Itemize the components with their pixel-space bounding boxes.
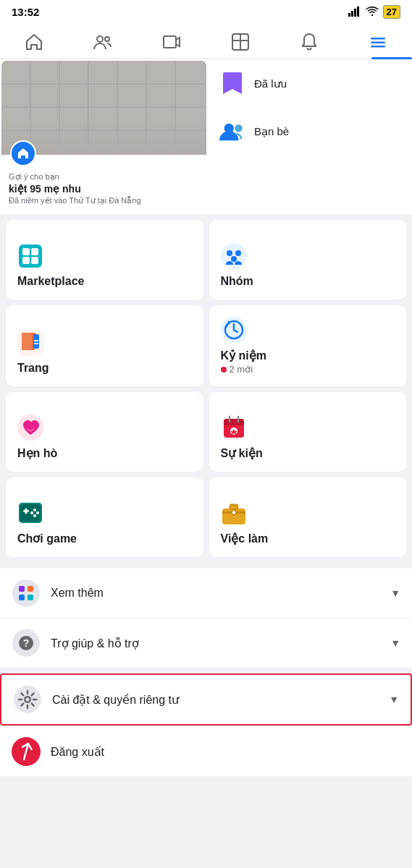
saved-card[interactable]: Đã lưu bbox=[208, 61, 411, 107]
xemthem-chevron: ▼ bbox=[390, 587, 400, 599]
saved-label: Đã lưu bbox=[254, 77, 287, 90]
friends-label: Bạn bè bbox=[254, 125, 289, 138]
svg-rect-2 bbox=[354, 9, 356, 17]
nav-video[interactable] bbox=[153, 29, 190, 55]
svg-point-63 bbox=[232, 511, 236, 515]
choigame-grid-label: Chơi game bbox=[17, 532, 192, 545]
house-svg-icon bbox=[16, 146, 30, 161]
kyniem-badge: 2 mới bbox=[221, 364, 395, 375]
list-item-xemthem[interactable]: Xem thêm ▼ bbox=[0, 569, 412, 618]
status-time: 13:52 bbox=[12, 6, 39, 18]
kyniem-grid-icon bbox=[221, 317, 395, 343]
svg-rect-25 bbox=[31, 248, 38, 255]
xemthem-svg-icon bbox=[12, 579, 40, 607]
svg-rect-23 bbox=[19, 244, 42, 268]
svg-rect-64 bbox=[12, 579, 40, 607]
nav-menu[interactable] bbox=[359, 29, 397, 55]
svg-rect-10 bbox=[371, 46, 385, 48]
kyniem-svg bbox=[221, 317, 247, 343]
sukien-grid-icon bbox=[221, 414, 395, 441]
marketplace-grid-label: Marketplace bbox=[17, 275, 192, 288]
home-icon bbox=[24, 32, 44, 52]
nav-home[interactable] bbox=[15, 29, 53, 55]
logout-section[interactable]: Đăng xuất bbox=[0, 727, 412, 776]
signal-icon bbox=[348, 7, 361, 17]
list-item-settings[interactable]: Cài đặt & quyền riêng tư ▼ bbox=[1, 675, 411, 724]
nav-friends[interactable] bbox=[84, 29, 122, 55]
svg-point-75 bbox=[26, 698, 30, 702]
henho-grid-icon bbox=[17, 414, 192, 441]
friends-card-icon bbox=[219, 119, 245, 145]
bookmark-svg-icon bbox=[222, 71, 243, 97]
vieclamm-grid-icon bbox=[221, 500, 395, 526]
nav-active-indicator bbox=[371, 57, 412, 59]
svg-rect-27 bbox=[31, 257, 38, 264]
floor-image bbox=[1, 61, 206, 155]
saved-icon bbox=[219, 71, 245, 97]
grid-item-trang[interactable]: Trang bbox=[6, 305, 203, 386]
bell-icon bbox=[299, 32, 319, 52]
marketplace-grid-icon bbox=[17, 243, 192, 269]
svg-point-29 bbox=[227, 250, 232, 256]
menu-icon bbox=[368, 32, 388, 52]
list-item-trogdup[interactable]: ? Trợ giúp & hỗ trợ ▼ bbox=[0, 618, 412, 668]
svg-point-4 bbox=[97, 36, 103, 42]
grid-item-sukien[interactable]: Sự kiện bbox=[209, 392, 407, 472]
svg-rect-65 bbox=[19, 586, 25, 592]
grid-item-henho[interactable]: Hẹn hò bbox=[6, 392, 203, 472]
svg-rect-38 bbox=[34, 340, 38, 341]
svg-rect-9 bbox=[371, 42, 385, 44]
svg-point-57 bbox=[30, 511, 33, 514]
svg-point-22 bbox=[235, 124, 242, 132]
svg-text:?: ? bbox=[23, 637, 30, 649]
trogdup-chevron: ▼ bbox=[390, 637, 400, 649]
trang-grid-label: Trang bbox=[17, 362, 192, 375]
trang-svg bbox=[17, 330, 43, 356]
settings-chevron: ▼ bbox=[389, 694, 399, 705]
status-icons: 27 bbox=[348, 5, 400, 19]
svg-rect-8 bbox=[371, 38, 385, 40]
svg-rect-66 bbox=[28, 586, 33, 592]
nhom-grid-icon bbox=[221, 243, 395, 269]
friends-card[interactable]: Bạn bè bbox=[208, 109, 411, 155]
nav-marketplace[interactable] bbox=[222, 29, 259, 55]
grid-item-kyniem[interactable]: Kỷ niệm 2 mới bbox=[209, 305, 407, 386]
svg-rect-24 bbox=[22, 248, 30, 255]
friends-nav-icon bbox=[93, 32, 113, 52]
list-section: Xem thêm ▼ ? Trợ giúp & hỗ trợ ▼ bbox=[0, 569, 412, 668]
grid-item-nhom[interactable]: Nhóm bbox=[209, 220, 407, 299]
suggestion-title: kiệt 95 mẹ nhu bbox=[9, 183, 199, 195]
svg-point-31 bbox=[231, 256, 237, 262]
house-circle-icon bbox=[10, 140, 36, 166]
logout-icon bbox=[7, 732, 46, 772]
wifi-icon bbox=[366, 7, 379, 17]
kyniem-badge-text: 2 mới bbox=[230, 364, 253, 375]
trang-grid-icon bbox=[17, 330, 192, 356]
help-svg-icon: ? bbox=[12, 629, 40, 657]
top-section: Gợi ý cho bạn kiệt 95 mẹ nhu Đã niêm yết… bbox=[0, 59, 412, 214]
suggestion-card[interactable]: Gợi ý cho bạn kiệt 95 mẹ nhu Đã niêm yết… bbox=[1, 61, 206, 213]
grid-item-marketplace[interactable]: Marketplace bbox=[6, 220, 203, 299]
grid-item-vieclamm[interactable]: Việc làm bbox=[209, 477, 407, 557]
sukien-svg bbox=[221, 414, 247, 441]
svg-rect-54 bbox=[25, 509, 28, 514]
video-nav-icon bbox=[161, 32, 182, 52]
suggestion-info: Gợi ý cho bạn kiệt 95 mẹ nhu Đã niêm yết… bbox=[1, 155, 206, 213]
svg-rect-26 bbox=[22, 257, 30, 264]
svg-rect-68 bbox=[28, 595, 33, 600]
svg-point-5 bbox=[105, 37, 109, 41]
grid-section: Marketplace Nhóm bbox=[0, 214, 412, 563]
grid-item-choigame[interactable]: Chơi game bbox=[6, 477, 203, 557]
content-area: Gợi ý cho bạn kiệt 95 mẹ nhu Đã niêm yết… bbox=[0, 59, 412, 776]
settings-label: Cài đặt & quyền riêng tư bbox=[52, 693, 379, 707]
svg-rect-67 bbox=[19, 595, 25, 600]
nhom-grid-label: Nhóm bbox=[221, 275, 395, 288]
nav-notifications[interactable] bbox=[290, 29, 328, 55]
logout-arrow-svg bbox=[15, 741, 37, 762]
nav-bar bbox=[0, 23, 412, 59]
xemthem-label: Xem thêm bbox=[51, 587, 380, 600]
settings-section: Cài đặt & quyền riêng tư ▼ bbox=[0, 673, 412, 726]
settings-svg-icon bbox=[14, 686, 41, 713]
svg-point-55 bbox=[33, 509, 36, 511]
svg-rect-61 bbox=[231, 506, 237, 509]
